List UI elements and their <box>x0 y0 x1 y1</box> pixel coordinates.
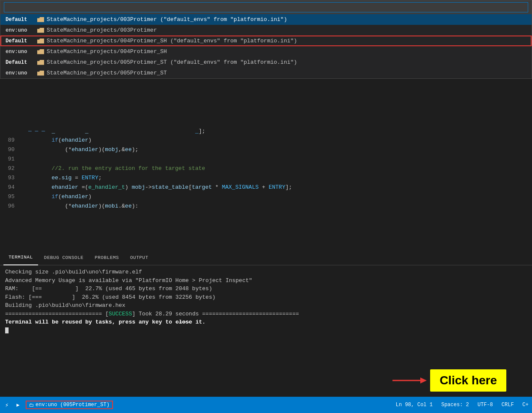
code-line-92: 92 //2. run the entry action for the tar… <box>0 164 532 173</box>
item-path-2: StateMachine_projects/004Protimer_SH ("d… <box>47 38 297 44</box>
item-tag-0: Default <box>6 17 35 23</box>
folder-icon-status: 🗀 <box>29 402 34 408</box>
item-path-1: StateMachine_projects/003Protimer <box>47 27 157 33</box>
status-left: ⚡ ▶ 🗀 env:uno (005Protimer_ST) <box>3 401 113 409</box>
code-line-89: 89 if(ehandler) <box>0 136 532 145</box>
status-env-badge[interactable]: 🗀 env:uno (005Protimer_ST) <box>26 401 113 409</box>
ln-col: Ln 98, Col 1 <box>396 402 433 408</box>
search-row <box>0 0 532 14</box>
item-path-4: StateMachine_projects/005Protimer_ST ("d… <box>47 59 297 65</box>
folder-icon-0 <box>37 17 44 22</box>
terminal-line-5: Building .pio\build\uno\firmware.hex <box>5 301 527 310</box>
terminal-cursor <box>5 327 9 333</box>
item-tag-2: Default <box>6 38 35 44</box>
click-here-label[interactable]: Click here <box>430 369 506 392</box>
terminal-line-3: RAM: [== ] 22.7% (used 465 bytes from 20… <box>5 285 527 293</box>
dropdown-item-1[interactable]: env:uno StateMachine_projects/003Protime… <box>0 25 532 36</box>
item-tag-4: Default <box>6 59 35 65</box>
line-ending: CRLF <box>502 402 514 408</box>
folder-icon-2 <box>37 39 44 44</box>
folder-icon-1 <box>37 28 44 33</box>
terminal-line-2: Advanced Memory Usage is available via "… <box>5 276 527 285</box>
tab-problems[interactable]: PROBLEMS <box>89 250 124 265</box>
code-line-93: 93 ee.sig = ENTRY; <box>0 173 532 183</box>
code-dots: — — — _ _ _ ]; <box>0 126 532 136</box>
folder-icon-4 <box>37 60 44 65</box>
terminal-line-8 <box>5 327 527 335</box>
terminal-line-7: Terminal will be reused by tasks, press … <box>5 318 527 327</box>
item-tag-1: env:uno <box>6 27 35 33</box>
click-here-annotation: Click here <box>392 369 506 392</box>
encoding: UTF-8 <box>478 402 493 408</box>
project-dropdown[interactable]: Default StateMachine_projects/003Protime… <box>0 0 532 79</box>
terminal-content: Checking size .pio\build\uno\firmware.el… <box>0 265 532 337</box>
code-line-90: 90 (*ehandler)(mobj,&ee); <box>0 145 532 155</box>
code-line-96: 96 (*ehandler)(mobi.&ee): <box>0 202 532 211</box>
terminal-line-4: Flash: [=== ] 26.2% (used 8454 bytes fro… <box>5 293 527 302</box>
folder-icon-3 <box>37 49 44 54</box>
code-line-95: 95 if(ehandler) <box>0 192 532 202</box>
env-label: env:uno (005Protimer_ST) <box>36 402 110 408</box>
status-bar: ⚡ ▶ 🗀 env:uno (005Protimer_ST) Ln 98, Co… <box>0 397 532 413</box>
dropdown-item-5[interactable]: env:uno StateMachine_projects/005Protime… <box>0 68 532 78</box>
item-path-0: StateMachine_projects/003Protimer ("defa… <box>47 16 287 23</box>
tab-terminal[interactable]: TERMINAL <box>3 250 38 265</box>
code-editor: — — — _ _ _ ]; 89 if(ehandler) 90 (*ehan… <box>0 126 532 250</box>
code-line-91: 91 <box>0 155 532 164</box>
code-line-94: 94 ehandler =(e_handler_t) mobj->state_t… <box>0 183 532 192</box>
status-right: Ln 98, Col 1 Spaces: 2 UTF-8 CRLF C+ <box>396 402 529 408</box>
arrow-icon <box>392 374 427 386</box>
terminal-tabs: TERMINAL DEBUG CONSOLE PROBLEMS OUTPUT <box>0 250 532 265</box>
plug-icon[interactable]: ⚡ <box>3 401 10 408</box>
item-tag-5: env:uno <box>6 70 35 76</box>
item-path-5: StateMachine_projects/005Protimer_ST <box>47 70 167 76</box>
search-input[interactable] <box>4 2 528 12</box>
dropdown-item-4[interactable]: Default StateMachine_projects/005Protime… <box>0 57 532 68</box>
svg-marker-1 <box>420 377 427 383</box>
language: C+ <box>523 402 529 408</box>
dropdown-item-3[interactable]: env:uno StateMachine_projects/004Protime… <box>0 46 532 57</box>
spaces: Spaces: 2 <box>441 402 469 408</box>
terminal-line-6: ============================= [SUCCESS] … <box>5 310 527 318</box>
item-path-3: StateMachine_projects/004Protimer_SH <box>47 48 167 55</box>
dropdown-item-2[interactable]: Default StateMachine_projects/004Protime… <box>0 36 532 46</box>
item-tag-3: env:uno <box>6 49 35 55</box>
tab-debug-console[interactable]: DEBUG CONSOLE <box>39 250 89 265</box>
terminal-line-1: Checking size .pio\build\uno\firmware.el… <box>5 268 527 276</box>
folder-icon-5 <box>37 71 44 76</box>
arrow-icon-status[interactable]: ▶ <box>15 401 21 408</box>
dropdown-item-0[interactable]: Default StateMachine_projects/003Protime… <box>0 14 532 25</box>
tab-output[interactable]: OUTPUT <box>125 250 154 265</box>
